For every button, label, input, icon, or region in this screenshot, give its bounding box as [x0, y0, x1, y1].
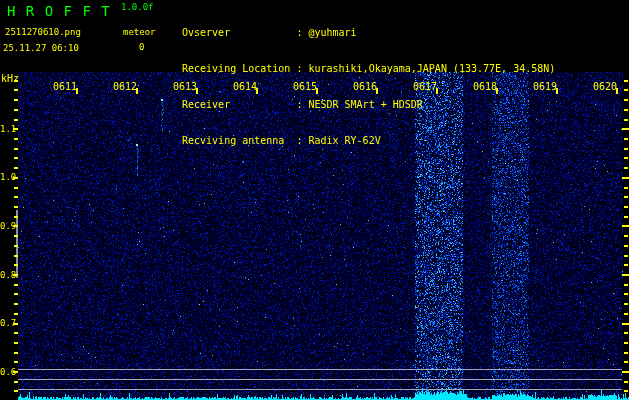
freq-tick-right: [622, 177, 629, 179]
freq-tick-right: [624, 303, 628, 305]
hrofft-screen: H R O F F T 1.0.0f 2511270610.png meteor…: [0, 0, 629, 400]
freq-tick-right: [624, 264, 628, 266]
freq-tick-right: [624, 80, 628, 82]
freq-tick-right: [622, 225, 629, 227]
freq-tick-left: [14, 99, 18, 101]
freq-tick-left: [13, 274, 18, 276]
freq-tick-right: [624, 148, 628, 150]
freq-tick-right: [622, 274, 629, 276]
time-tick: [436, 88, 438, 94]
meteor-count-label: meteor: [123, 27, 156, 37]
freq-tick-right: [624, 352, 628, 354]
freq-axis-unit-label: kHz: [1, 73, 19, 84]
time-label: 0612: [112, 81, 138, 92]
freq-tick-left: [14, 80, 18, 82]
time-label: 0614: [232, 81, 258, 92]
info-line-location: Receiving Location : kurashiki,Okayama,J…: [182, 63, 555, 75]
freq-tick-right: [624, 332, 628, 334]
freq-tick-left: [14, 390, 18, 392]
freq-tick-right: [624, 255, 628, 257]
freq-tick-left: [14, 196, 18, 198]
freq-tick-right: [624, 167, 628, 169]
time-label: 0617: [412, 81, 438, 92]
freq-tick-left: [13, 323, 18, 325]
freq-tick-left: [14, 119, 18, 121]
info-line-receiver: Receiver : NESDR SMArt + HDSDR: [182, 99, 555, 111]
time-label: 0616: [352, 81, 378, 92]
freq-tick-right: [624, 390, 628, 392]
time-tick: [556, 88, 558, 94]
freq-tick-left: [14, 89, 18, 91]
freq-tick-left: [14, 157, 18, 159]
freq-tick-right: [624, 157, 628, 159]
freq-tick-right: [624, 342, 628, 344]
time-tick: [196, 88, 198, 94]
time-tick: [136, 88, 138, 94]
freq-tick-right: [624, 235, 628, 237]
freq-tick-right: [624, 381, 628, 383]
freq-tick-left: [13, 225, 18, 227]
freq-tick-left: [14, 284, 18, 286]
freq-tick-right: [624, 196, 628, 198]
freq-tick-left: [14, 313, 18, 315]
freq-tick-right: [624, 109, 628, 111]
freq-tick-right: [624, 313, 628, 315]
freq-tick-right: [624, 99, 628, 101]
freq-tick-left: [14, 352, 18, 354]
freq-tick-left: [14, 167, 18, 169]
freq-tick-left: [14, 361, 18, 363]
freq-tick-left: [14, 255, 18, 257]
freq-tick-right: [624, 187, 628, 189]
freq-tick-left: [14, 303, 18, 305]
freq-tick-left: [13, 128, 18, 130]
freq-tick-right: [622, 371, 629, 373]
freq-tick-left: [14, 293, 18, 295]
time-tick: [376, 88, 378, 94]
freq-tick-left: [13, 371, 18, 373]
info-line-observer: Ovserver : @yuhmari: [182, 27, 555, 39]
freq-tick-left: [14, 138, 18, 140]
freq-tick-left: [14, 187, 18, 189]
freq-tick-left: [14, 216, 18, 218]
time-tick: [316, 88, 318, 94]
meteor-count-value: 0: [139, 42, 144, 52]
time-tick: [616, 88, 618, 94]
app-version: 1.0.0f: [121, 2, 154, 12]
app-title: H R O F F T: [7, 3, 111, 19]
time-tick: [496, 88, 498, 94]
output-filename: 2511270610.png: [5, 27, 81, 37]
freq-tick-left: [14, 381, 18, 383]
time-label: 0611: [52, 81, 78, 92]
time-tick: [256, 88, 258, 94]
freq-tick-right: [624, 361, 628, 363]
time-label: 0618: [472, 81, 498, 92]
freq-tick-right: [622, 323, 629, 325]
freq-tick-right: [624, 138, 628, 140]
freq-tick-right: [624, 206, 628, 208]
freq-tick-right: [624, 284, 628, 286]
time-label: 0613: [172, 81, 198, 92]
freq-tick-right: [624, 119, 628, 121]
freq-tick-left: [14, 332, 18, 334]
freq-tick-left: [13, 177, 18, 179]
time-label: 0615: [292, 81, 318, 92]
freq-tick-left: [14, 235, 18, 237]
freq-tick-left: [14, 245, 18, 247]
time-label: 0619: [532, 81, 558, 92]
freq-tick-left: [14, 342, 18, 344]
freq-tick-right: [624, 89, 628, 91]
freq-tick-right: [622, 128, 629, 130]
observation-datetime: 25.11.27 06:10: [3, 43, 79, 53]
info-line-antenna: Recviving antenna : Radix RY-62V: [182, 135, 555, 147]
freq-tick-right: [624, 245, 628, 247]
freq-tick-left: [14, 109, 18, 111]
freq-tick-right: [624, 293, 628, 295]
freq-tick-right: [624, 216, 628, 218]
freq-tick-left: [14, 148, 18, 150]
time-tick: [76, 88, 78, 94]
freq-tick-left: [14, 206, 18, 208]
freq-tick-left: [14, 264, 18, 266]
time-label: 0620: [592, 81, 618, 92]
